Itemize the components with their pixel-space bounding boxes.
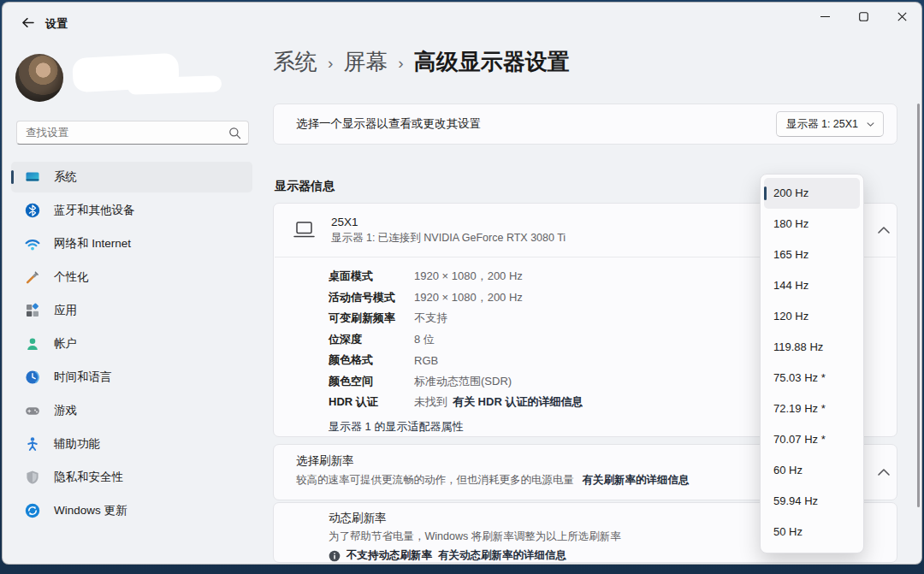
sidebar-item-label: 辅助功能 bbox=[54, 436, 100, 452]
sidebar-item-时间和语言[interactable]: 时间和语言 bbox=[11, 362, 252, 393]
sidebar-item-Windows 更新[interactable]: Windows 更新 bbox=[11, 495, 252, 526]
dynamic-refresh-status: 不支持动态刷新率 bbox=[346, 548, 432, 563]
sidebar-item-label: 网络和 Internet bbox=[54, 236, 131, 251]
sidebar-item-个性化[interactable]: 个性化 bbox=[11, 262, 252, 293]
selected-accent-pill bbox=[11, 170, 14, 184]
sidebar-item-隐私和安全性[interactable]: 隐私和安全性 bbox=[11, 462, 252, 493]
sidebar-item-label: Windows 更新 bbox=[54, 503, 127, 518]
sidebar-item-label: 个性化 bbox=[54, 269, 89, 285]
system-icon bbox=[25, 169, 40, 185]
detail-label: 活动信号模式 bbox=[329, 290, 414, 305]
refresh-rate-option-label: 119.88 Hz bbox=[773, 340, 823, 353]
dynamic-refresh-info-link[interactable]: 有关动态刷新率的详细信息 bbox=[438, 548, 566, 563]
detail-label: 桌面模式 bbox=[329, 269, 414, 284]
monitor-connection: 显示器 1: 已连接到 NVIDIA GeForce RTX 3080 Ti bbox=[331, 231, 566, 246]
detail-label: 颜色格式 bbox=[329, 352, 414, 368]
sidebar-item-label: 应用 bbox=[54, 303, 77, 318]
refresh-rate-option-75.03 Hz *[interactable]: 75.03 Hz * bbox=[764, 363, 860, 394]
detail-value: 1920 × 1080，200 Hz bbox=[414, 290, 523, 305]
sidebar-item-网络和 Internet[interactable]: 网络和 Internet bbox=[11, 228, 252, 259]
detail-label: HDR 认证 bbox=[329, 394, 414, 410]
back-arrow-icon bbox=[21, 16, 35, 29]
display-selector-card: 选择一个显示器以查看或更改其设置 显示器 1: 25X1 bbox=[273, 104, 897, 145]
window-controls bbox=[806, 3, 921, 30]
sidebar-item-label: 帐户 bbox=[54, 336, 77, 352]
windows-update-icon bbox=[25, 503, 40, 518]
refresh-rate-option-50 Hz[interactable]: 50 Hz bbox=[764, 517, 860, 547]
sidebar-nav: 系统蓝牙和其他设备网络和 Internet个性化应用帐户时间和语言游戏辅助功能隐… bbox=[11, 162, 252, 529]
sidebar-item-label: 蓝牙和其他设备 bbox=[54, 203, 135, 218]
sidebar-item-label: 隐私和安全性 bbox=[54, 470, 123, 485]
breadcrumb-display[interactable]: 屏幕 bbox=[343, 47, 388, 77]
sidebar-item-应用[interactable]: 应用 bbox=[11, 295, 252, 326]
redacted-username-line2 bbox=[127, 75, 222, 95]
app-title: 设置 bbox=[45, 16, 68, 32]
search-input[interactable]: 查找设置 bbox=[16, 121, 249, 145]
detail-value: 标准动态范围(SDR) bbox=[414, 374, 512, 389]
close-button[interactable] bbox=[883, 3, 921, 30]
refresh-rate-option-59.94 Hz[interactable]: 59.94 Hz bbox=[764, 486, 860, 517]
search-placeholder: 查找设置 bbox=[26, 126, 228, 140]
refresh-rate-option-119.88 Hz[interactable]: 119.88 Hz bbox=[764, 332, 860, 363]
refresh-rate-option-label: 60 Hz bbox=[773, 464, 803, 476]
maximize-button[interactable] bbox=[844, 3, 883, 30]
breadcrumb-system[interactable]: 系统 bbox=[273, 47, 317, 77]
display-selector-value: 显示器 1: 25X1 bbox=[786, 117, 859, 132]
refresh-rate-option-165 Hz[interactable]: 165 Hz bbox=[764, 240, 860, 270]
breadcrumb: 系统 › 屏幕 › 高级显示器设置 bbox=[273, 47, 570, 77]
refresh-rate-option-144 Hz[interactable]: 144 Hz bbox=[764, 270, 860, 301]
user-avatar[interactable] bbox=[15, 54, 63, 102]
detail-label: 可变刷新频率 bbox=[329, 311, 414, 326]
sidebar-item-帐户[interactable]: 帐户 bbox=[11, 328, 252, 359]
breadcrumb-separator-icon: › bbox=[398, 51, 403, 73]
apps-icon bbox=[25, 303, 40, 318]
detail-value: RGB bbox=[414, 354, 438, 367]
minimize-button[interactable] bbox=[806, 3, 844, 30]
refresh-rate-option-label: 144 Hz bbox=[773, 279, 808, 292]
page-scrollbar[interactable] bbox=[917, 104, 920, 507]
privacy-icon bbox=[25, 470, 40, 485]
refresh-rate-flyout: 200 Hz180 Hz165 Hz144 Hz120 Hz119.88 Hz7… bbox=[760, 174, 864, 553]
refresh-rate-option-label: 165 Hz bbox=[773, 248, 808, 261]
sidebar-item-label: 系统 bbox=[54, 169, 77, 185]
refresh-rate-info-link[interactable]: 有关刷新率的详细信息 bbox=[582, 474, 689, 486]
refresh-rate-option-70.07 Hz *[interactable]: 70.07 Hz * bbox=[764, 424, 860, 455]
sidebar-item-游戏[interactable]: 游戏 bbox=[11, 395, 252, 426]
refresh-rate-option-label: 59.94 Hz bbox=[773, 494, 818, 507]
info-icon bbox=[329, 550, 341, 562]
refresh-rate-option-label: 50 Hz bbox=[773, 525, 803, 538]
display-info-section-title: 显示器信息 bbox=[275, 179, 335, 194]
sidebar-item-辅助功能[interactable]: 辅助功能 bbox=[11, 429, 252, 459]
minimize-icon bbox=[820, 12, 830, 21]
detail-value: 8 位 bbox=[414, 332, 435, 347]
refresh-rate-option-label: 72.19 Hz * bbox=[773, 402, 826, 415]
detail-label: 颜色空间 bbox=[329, 374, 414, 389]
display-selector-dropdown[interactable]: 显示器 1: 25X1 bbox=[776, 111, 884, 137]
monitor-name: 25X1 bbox=[331, 216, 566, 228]
desktop-background: 设置 查找设置 系统蓝牙和其他设备网络和 Internet个性化应用帐户时间和语… bbox=[0, 0, 924, 574]
refresh-rate-option-180 Hz[interactable]: 180 Hz bbox=[764, 209, 860, 240]
refresh-rate-option-200 Hz[interactable]: 200 Hz bbox=[764, 178, 860, 209]
refresh-rate-description-text: 较高的速率可提供更流畅的动作，但也消耗更多的电源电量 bbox=[296, 474, 574, 486]
refresh-rate-option-120 Hz[interactable]: 120 Hz bbox=[764, 301, 860, 332]
network-icon bbox=[25, 236, 40, 251]
hdr-certification-info-link[interactable]: 有关 HDR 认证的详细信息 bbox=[453, 394, 583, 410]
search-icon bbox=[228, 127, 241, 139]
monitor-icon bbox=[293, 221, 316, 240]
refresh-rate-option-label: 180 Hz bbox=[773, 217, 808, 230]
refresh-rate-option-72.19 Hz *[interactable]: 72.19 Hz * bbox=[764, 394, 860, 424]
refresh-rate-collapse-chevron-icon[interactable] bbox=[877, 465, 891, 479]
detail-value: 1920 × 1080，200 Hz bbox=[414, 269, 523, 284]
display-info-collapse-chevron-icon[interactable] bbox=[877, 223, 891, 237]
selected-accent-pill bbox=[764, 186, 767, 200]
back-button[interactable] bbox=[15, 11, 40, 33]
sidebar-item-蓝牙和其他设备[interactable]: 蓝牙和其他设备 bbox=[11, 195, 252, 226]
gaming-icon bbox=[25, 403, 40, 418]
page-title: 高级显示器设置 bbox=[414, 47, 570, 77]
bluetooth-icon bbox=[25, 203, 40, 218]
sidebar-item-系统[interactable]: 系统 bbox=[11, 162, 252, 192]
refresh-rate-option-60 Hz[interactable]: 60 Hz bbox=[764, 455, 860, 486]
chevron-down-icon bbox=[866, 120, 875, 129]
accounts-icon bbox=[25, 336, 40, 352]
personalization-icon bbox=[25, 269, 40, 285]
